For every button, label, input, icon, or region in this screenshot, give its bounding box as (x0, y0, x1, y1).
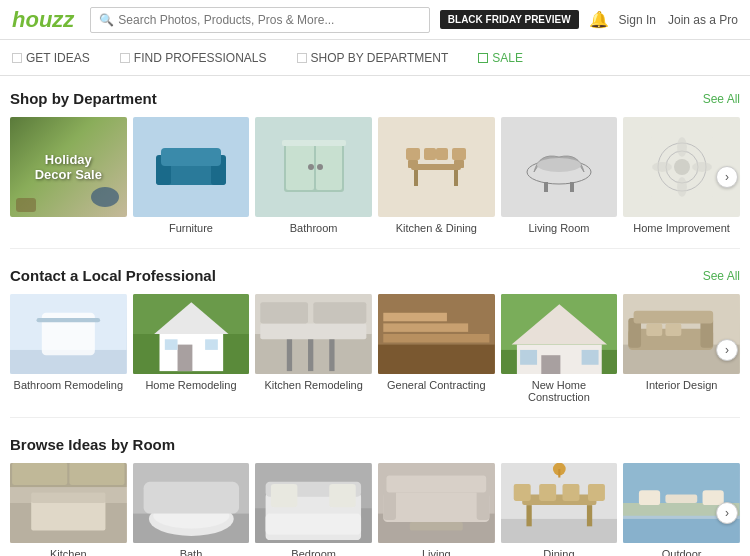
dept-item-bathroom[interactable]: Bathroom (255, 117, 372, 236)
svg-rect-61 (581, 350, 598, 365)
divider-1 (10, 248, 740, 249)
home-remodel-img (133, 294, 250, 374)
kitchen-label: Kitchen & Dining (378, 217, 495, 236)
pros-see-all[interactable]: See All (703, 269, 740, 283)
nav-find-professionals[interactable]: FIND PROFESSIONALS (120, 51, 267, 65)
home-remodel-label: Home Remodeling (133, 374, 250, 393)
logo: houzz (12, 7, 74, 33)
holiday-img: HolidayDecor Sale (10, 117, 127, 217)
room-item-bedroom[interactable]: Bedroom (255, 463, 372, 556)
svg-rect-3 (161, 148, 221, 166)
svg-rect-11 (414, 170, 418, 186)
bathroom-cabinet-icon (274, 132, 354, 202)
black-friday-button[interactable]: BLACK FRIDAY PREVIEW (440, 10, 579, 29)
shop-see-all[interactable]: See All (703, 92, 740, 106)
room-item-kitchen[interactable]: Kitchen (10, 463, 127, 556)
pro-item-new-home[interactable]: New Home Construction (501, 294, 618, 405)
dept-item-living[interactable]: Living Room (501, 117, 618, 236)
svg-rect-97 (501, 519, 618, 543)
sign-in-link[interactable]: Sign In (619, 13, 656, 27)
svg-rect-104 (562, 484, 579, 501)
svg-rect-88 (266, 514, 361, 535)
svg-rect-45 (261, 302, 309, 323)
bathroom-label: Bathroom (255, 217, 372, 236)
svg-rect-72 (31, 501, 105, 531)
room-bedroom-label: Bedroom (255, 543, 372, 556)
pro-item-kitchen-remodel[interactable]: Kitchen Remodeling (255, 294, 372, 405)
furniture-img (133, 117, 250, 217)
kitchen-img (378, 117, 495, 217)
svg-point-20 (537, 158, 581, 172)
svg-rect-73 (31, 492, 105, 503)
svg-rect-34 (37, 318, 101, 322)
room-bath-img (133, 463, 250, 543)
svg-rect-9 (282, 140, 346, 146)
sale-checkbox (478, 53, 488, 63)
nav-sale[interactable]: SALE (478, 51, 523, 65)
svg-point-30 (692, 162, 712, 172)
general-contract-label: General Contracting (378, 374, 495, 393)
search-bar[interactable]: 🔍 (90, 7, 429, 33)
living-label: Living Room (501, 217, 618, 236)
svg-point-26 (674, 159, 690, 175)
dept-item-furniture[interactable]: Furniture (133, 117, 250, 236)
room-item-living[interactable]: Living (378, 463, 495, 556)
svg-rect-99 (526, 505, 531, 526)
header: houzz 🔍 BLACK FRIDAY PREVIEW 🔔 Sign In J… (0, 0, 750, 40)
svg-rect-86 (271, 484, 298, 507)
svg-rect-101 (513, 484, 530, 501)
search-icon: 🔍 (99, 13, 114, 27)
svg-rect-75 (12, 463, 67, 485)
svg-rect-47 (287, 339, 292, 371)
svg-point-27 (677, 137, 687, 157)
nav-get-ideas[interactable]: GET IDEAS (12, 51, 90, 65)
furniture-label: Furniture (133, 217, 250, 236)
room-bedroom-img (255, 463, 372, 543)
pro-item-general-contract[interactable]: General Contracting (378, 294, 495, 405)
room-dining-label: Dining (501, 543, 618, 556)
room-item-dining[interactable]: Dining (501, 463, 618, 556)
svg-rect-98 (522, 495, 596, 506)
join-link[interactable]: Join as a Pro (668, 13, 738, 27)
bathroom-img (255, 117, 372, 217)
pros-grid-wrapper: Bathroom Remodeling Home Remodeli (10, 294, 740, 405)
rooms-scroll-arrow[interactable]: › (716, 502, 738, 524)
svg-rect-69 (666, 323, 682, 336)
dept-item-kitchen[interactable]: Kitchen & Dining (378, 117, 495, 236)
kitchen-remodel-img (255, 294, 372, 374)
shop-scroll-arrow[interactable]: › (716, 166, 738, 188)
holiday-label (10, 217, 127, 224)
svg-rect-111 (639, 490, 660, 505)
search-input[interactable] (118, 13, 420, 27)
divider-2 (10, 417, 740, 418)
room-living-img (378, 463, 495, 543)
svg-rect-81 (143, 482, 238, 514)
svg-rect-44 (261, 323, 367, 339)
dept-item-holiday[interactable]: HolidayDecor Sale (10, 117, 127, 236)
bath-remodel-label: Bathroom Remodeling (10, 374, 127, 393)
svg-rect-13 (406, 148, 420, 160)
rooms-section: Browse Ideas by Room (0, 422, 750, 556)
pros-scroll-arrow[interactable]: › (716, 339, 738, 361)
svg-rect-68 (647, 323, 663, 336)
shop-section-header: Shop by Department See All (10, 90, 740, 107)
shop-section-title: Shop by Department (10, 90, 157, 107)
svg-rect-54 (383, 313, 447, 321)
svg-rect-67 (634, 311, 714, 324)
nav-shop-by-dept[interactable]: SHOP BY DEPARTMENT (297, 51, 449, 65)
living-img (501, 117, 618, 217)
svg-point-28 (677, 177, 687, 197)
room-item-bath[interactable]: Bath (133, 463, 250, 556)
pro-item-bath-remodel[interactable]: Bathroom Remodeling (10, 294, 127, 405)
room-dining-img (501, 463, 618, 543)
svg-point-8 (317, 164, 323, 170)
new-home-label: New Home Construction (501, 374, 618, 405)
dining-table-icon (396, 132, 476, 202)
pro-item-home-remodel[interactable]: Home Remodeling (133, 294, 250, 405)
pros-section-header: Contact a Local Professional See All (10, 267, 740, 284)
home-improvement-label: Home Improvement (623, 217, 740, 236)
svg-point-29 (652, 162, 672, 172)
notification-icon[interactable]: 🔔 (589, 10, 609, 29)
svg-rect-48 (308, 339, 313, 371)
new-home-img (501, 294, 618, 374)
